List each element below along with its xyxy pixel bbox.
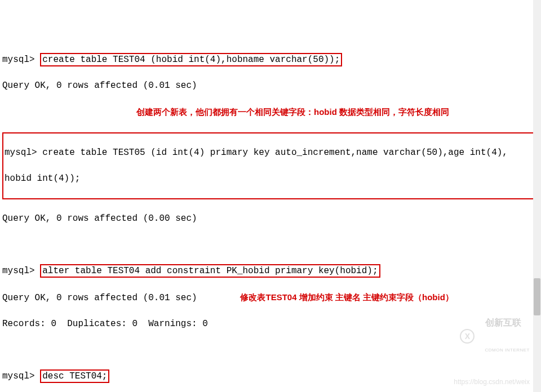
sql-create-test05: mysql> create table TEST05 (id int(4) pr…	[2, 132, 534, 199]
watermark-sub-text: CDMON INTERNET	[485, 348, 530, 353]
sql-create-test04: create table TEST04 (hobid int(4),hobnam…	[40, 53, 342, 66]
annotation-2: 修改表TEST04 增加约束 主键名 主键约束字段（hobid）	[240, 292, 453, 302]
mysql-prompt: mysql>	[5, 148, 37, 158]
result-ok-2: Query OK, 0 rows affected (0.00 sec)	[2, 212, 539, 225]
sql-alter-test04: alter table TEST04 add constraint PK_hob…	[40, 264, 380, 278]
mysql-prompt: mysql>	[2, 266, 35, 276]
sql-desc-test04: desc TEST04;	[40, 369, 109, 383]
watermark-brand: X 创新互联 CDMON INTERNET	[460, 303, 530, 369]
annotation-1: 创建两个新表，他们都拥有一个相同关键字段：hobid 数据类型相同，字符长度相同	[136, 107, 449, 117]
sql-create-test05-line1: create table TEST05 (id int(4) primary k…	[42, 148, 508, 158]
watermark-logo-icon: X	[460, 329, 475, 344]
scrollbar-thumb[interactable]	[534, 278, 540, 315]
result-records-1: Records: 0 Duplicates: 0 Warnings: 0	[2, 318, 539, 331]
mysql-prompt: mysql>	[2, 55, 35, 65]
result-ok-3: Query OK, 0 rows affected (0.01 sec)	[2, 293, 197, 303]
result-ok-1: Query OK, 0 rows affected (0.01 sec)	[2, 79, 539, 92]
watermark-brand-text: 创新互联	[485, 318, 521, 327]
watermark-blog-url: https://blog.csdn.net/weix	[454, 376, 530, 389]
mysql-prompt: mysql>	[2, 371, 35, 381]
vertical-scrollbar[interactable]	[533, 0, 541, 392]
sql-create-test05-line2: hobid int(4));	[5, 172, 532, 185]
